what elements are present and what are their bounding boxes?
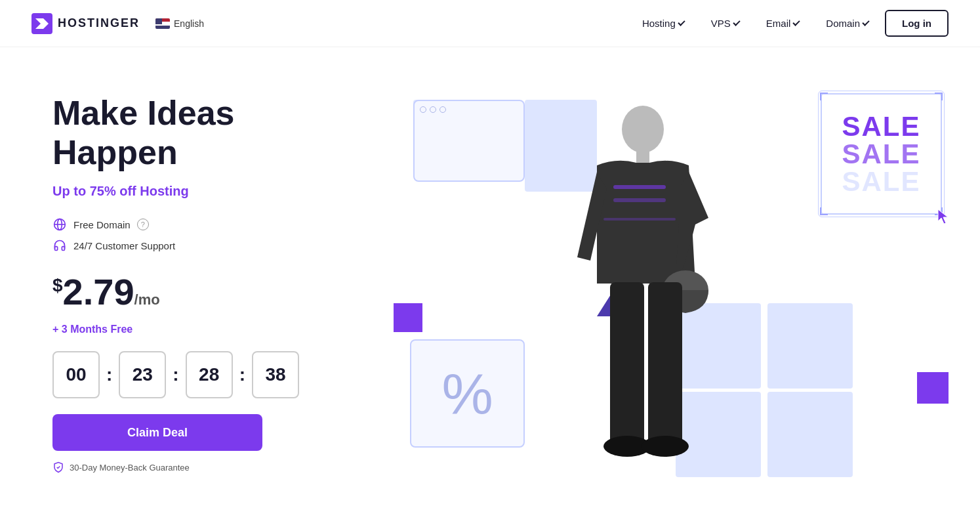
guarantee-label: 30-Day Money-Back Guarantee (70, 463, 190, 473)
price-display: $2.79/mo (52, 271, 160, 312)
accent-square-2 (917, 372, 949, 404)
cursor-icon (935, 208, 952, 225)
browser-dot-2 (430, 106, 436, 113)
hero-content: Make Ideas Happen Up to 75% off Hosting … (52, 94, 367, 474)
hero-title: Make Ideas Happen (52, 94, 367, 173)
feature-domain: Free Domain ? (52, 217, 367, 232)
nav-email[interactable]: Email (756, 12, 811, 34)
timer-hours: 00 (52, 351, 100, 398)
bg-block-mid-2 (767, 303, 853, 389)
svg-rect-12 (613, 198, 666, 202)
feature-support-label: 24/7 Customer Support (73, 240, 175, 251)
shield-icon (52, 461, 64, 473)
accent-square-1 (394, 303, 422, 332)
timer-minutes: 23 (119, 351, 166, 398)
navbar: HOSTINGER English Hosting VPS Email Doma… (0, 0, 980, 47)
timer-sep-3: : (239, 364, 245, 385)
feature-support: 24/7 Customer Support (52, 238, 367, 253)
browser-mockup (413, 100, 525, 182)
sale-text-2: SALE (842, 140, 920, 168)
free-months: + 3 Months Free (52, 324, 367, 335)
chevron-down-icon (733, 18, 740, 26)
login-button[interactable]: Log in (885, 10, 949, 37)
price-block: $2.79/mo (52, 274, 367, 310)
corner-tr (935, 93, 943, 100)
logo-icon (31, 13, 52, 34)
language-label: English (174, 18, 204, 29)
hero-subtitle: Up to 75% off Hosting (52, 184, 367, 199)
flag-icon (155, 18, 170, 29)
globe-icon (52, 217, 67, 232)
nav-hosting-label: Hosting (642, 18, 676, 29)
browser-dot-1 (420, 106, 426, 113)
person-svg (544, 87, 728, 467)
info-icon[interactable]: ? (137, 219, 149, 230)
sale-text-3: SALE (842, 168, 920, 196)
corner-bl (820, 207, 828, 215)
nav-domain-label: Domain (826, 18, 860, 29)
chevron-down-icon (678, 18, 685, 26)
svg-rect-13 (603, 218, 676, 221)
price-period: /mo (134, 291, 160, 308)
nav-vps-label: VPS (711, 18, 731, 29)
discount-value: 75% (90, 184, 116, 198)
browser-dot-3 (439, 106, 446, 113)
navbar-left: HOSTINGER English (31, 13, 204, 34)
svg-rect-11 (613, 185, 666, 189)
timer-sep-2: : (173, 364, 178, 385)
hero-section: Make Ideas Happen Up to 75% off Hosting … (0, 47, 980, 506)
currency-symbol: $ (52, 276, 63, 296)
logo[interactable]: HOSTINGER (31, 13, 140, 34)
svg-rect-8 (648, 282, 682, 446)
nav-email-label: Email (766, 18, 791, 29)
chevron-down-icon (793, 18, 800, 26)
nav-vps[interactable]: VPS (701, 12, 750, 34)
svg-point-10 (642, 436, 689, 457)
language-selector[interactable]: English (155, 18, 204, 29)
subtitle-suffix: off Hosting (116, 184, 189, 198)
navbar-right: Hosting VPS Email Domain Log in (632, 10, 949, 37)
feature-domain-label: Free Domain (73, 219, 131, 230)
nav-domain[interactable]: Domain (815, 12, 880, 34)
timer-sep-1: : (106, 364, 112, 385)
chevron-down-icon (862, 18, 869, 26)
features-list: Free Domain ? 24/7 Customer Support (52, 217, 367, 253)
percent-box: % (410, 339, 525, 448)
percent-symbol: % (441, 365, 493, 423)
nav-hosting[interactable]: Hosting (632, 12, 695, 34)
person-illustration (525, 87, 748, 467)
sale-text-1: SALE (842, 113, 920, 140)
claim-deal-button[interactable]: Claim Deal (52, 414, 262, 451)
brand-name: HOSTINGER (58, 16, 140, 30)
timer-centiseconds: 38 (252, 351, 299, 398)
svg-point-4 (622, 106, 664, 153)
corner-tl (820, 93, 828, 100)
timer-seconds: 28 (186, 351, 233, 398)
sale-box: SALE SALE SALE (821, 93, 942, 215)
bg-block-mid-4 (767, 392, 853, 477)
svg-rect-5 (636, 150, 649, 163)
guarantee-text: 30-Day Money-Back Guarantee (52, 461, 367, 473)
subtitle-prefix: Up to (52, 184, 90, 198)
svg-rect-7 (610, 282, 644, 446)
price-amount: 2.79 (63, 271, 134, 312)
countdown-timer: 00 : 23 : 28 : 38 (52, 351, 367, 398)
browser-dots (420, 106, 518, 113)
hero-graphic: % (394, 87, 949, 480)
headset-icon (52, 238, 67, 253)
